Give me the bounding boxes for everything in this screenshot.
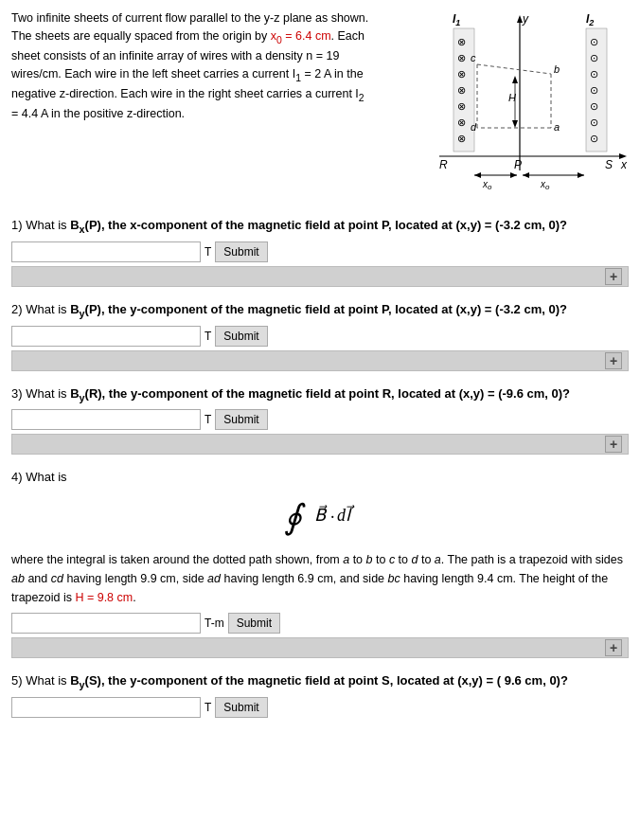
q1-answer-input[interactable] [11,241,201,262]
svg-marker-35 [512,120,518,128]
q2-expand-button[interactable]: + [605,352,622,369]
intro-text: Two infinite sheets of current flow para… [11,9,373,199]
q3-submit-button[interactable]: Submit [215,409,267,430]
intro-paragraph: Two infinite sheets of current flow para… [11,11,368,120]
q2-bold: By(P), the y-component of the magnetic f… [70,302,567,316]
diagram-area: y x ⊗ ⊗ ⊗ ⊗ ⊗ ⊗ ⊗ I1 ⊙ ⊙ ⊙ ⊙ ⊙ ⊙ [382,9,629,199]
svg-text:b: b [554,63,560,75]
svg-text:c: c [471,52,476,63]
svg-text:∮: ∮ [284,498,306,536]
q5-unit: T [204,701,211,714]
q3-expand-button[interactable]: + [605,436,622,453]
svg-text:d: d [471,121,477,133]
svg-text:y: y [522,12,529,26]
svg-marker-44 [523,172,529,178]
svg-line-24 [477,64,551,74]
question-4-label: 4) What is [11,468,629,487]
q3-unit: T [204,413,211,426]
svg-text:P: P [514,158,522,171]
svg-text:dl⃗: dl⃗ [337,505,355,525]
q5-answer-input[interactable] [11,697,201,718]
q3-answer-input[interactable] [11,409,201,430]
svg-text:⊙: ⊙ [590,84,598,96]
question-3: 3) What is By(R), the y-component of the… [11,384,629,456]
question-2: 2) What is By(P), the y-component of the… [11,300,629,371]
intro-section: Two infinite sheets of current flow para… [11,9,629,199]
svg-text:⊗: ⊗ [457,116,466,128]
q5-submit-button[interactable]: Submit [215,697,267,718]
q4-answer-input[interactable] [11,613,201,634]
svg-text:⊗: ⊗ [457,36,466,47]
q4-expand-button[interactable]: + [605,639,622,656]
svg-text:⊗: ⊗ [457,52,466,63]
svg-text:⊙: ⊙ [590,116,598,128]
q3-bold: By(R), the y-component of the magnetic f… [70,386,570,401]
q2-unit: T [204,330,211,343]
svg-text:⊗: ⊗ [457,100,466,112]
q2-submit-button[interactable]: Submit [215,326,267,347]
q5-number: 5) [11,673,26,688]
q1-number: 1) [11,218,26,232]
integral-display: ∮ B⃗ · dl⃗ [11,494,629,543]
svg-text:·: · [330,508,335,527]
question-3-label: 3) What is By(R), the y-component of the… [11,384,629,405]
svg-marker-34 [512,76,518,83]
question-5-label: 5) What is By(S), the y-component of the… [11,671,629,692]
q2-number: 2) [11,302,26,316]
svg-text:⊙: ⊙ [590,36,598,47]
diagram-svg: y x ⊗ ⊗ ⊗ ⊗ ⊗ ⊗ ⊗ I1 ⊙ ⊙ ⊙ ⊙ ⊙ ⊙ [382,9,629,199]
svg-marker-45 [578,172,584,178]
svg-text:I2: I2 [586,12,594,27]
q4-where-text: where the integral is taken around the d… [11,550,629,607]
q4-number: 4) [11,470,26,484]
q2-answer-input[interactable] [11,326,201,347]
q4-expand-row: + [11,637,629,658]
svg-text:S: S [605,158,613,171]
question-4: 4) What is ∮ B⃗ · dl⃗ where the integral… [11,468,629,658]
svg-text:⊙: ⊙ [590,68,598,80]
q2-input-row: T Submit [11,326,629,347]
q1-submit-button[interactable]: Submit [215,241,267,262]
svg-text:xo: xo [482,179,492,191]
q1-unit: T [204,245,211,259]
svg-text:x: x [620,158,628,171]
question-1: 1) What is Bx(P), the x-component of the… [11,216,629,287]
q4-input-row: T-m Submit [11,613,629,634]
svg-text:⊗: ⊗ [457,133,466,144]
q4-unit: T-m [204,617,224,630]
q3-input-row: T Submit [11,409,629,430]
q1-input-row: T Submit [11,241,629,262]
svg-text:a: a [554,121,560,133]
q4-submit-button[interactable]: Submit [228,613,280,634]
q1-bold: Bx(P), the x-component of the magnetic f… [70,218,567,232]
svg-marker-40 [474,172,481,178]
q2-expand-row: + [11,350,629,371]
q5-input-row: T Submit [11,697,629,718]
svg-text:⊙: ⊙ [590,100,598,112]
integral-svg: ∮ B⃗ · dl⃗ [282,494,358,537]
svg-marker-41 [510,172,517,178]
q1-expand-row: + [11,266,629,287]
q5-bold: By(S), the y-component of the magnetic f… [70,673,568,688]
svg-text:xo: xo [540,179,550,191]
x0-value: x0 = 6.4 cm [271,29,331,43]
question-1-label: 1) What is Bx(P), the x-component of the… [11,216,629,237]
svg-text:⊗: ⊗ [457,68,466,80]
question-5: 5) What is By(S), the y-component of the… [11,671,629,718]
question-2-label: 2) What is By(P), the y-component of the… [11,300,629,321]
svg-text:⊙: ⊙ [590,133,598,144]
svg-text:⊗: ⊗ [457,84,466,96]
q1-expand-button[interactable]: + [605,268,622,285]
q3-expand-row: + [11,434,629,455]
svg-text:B⃗: B⃗ [314,505,328,525]
q3-number: 3) [11,386,26,401]
svg-text:⊙: ⊙ [590,52,598,63]
svg-text:R: R [439,158,448,171]
svg-text:I1: I1 [453,12,460,27]
